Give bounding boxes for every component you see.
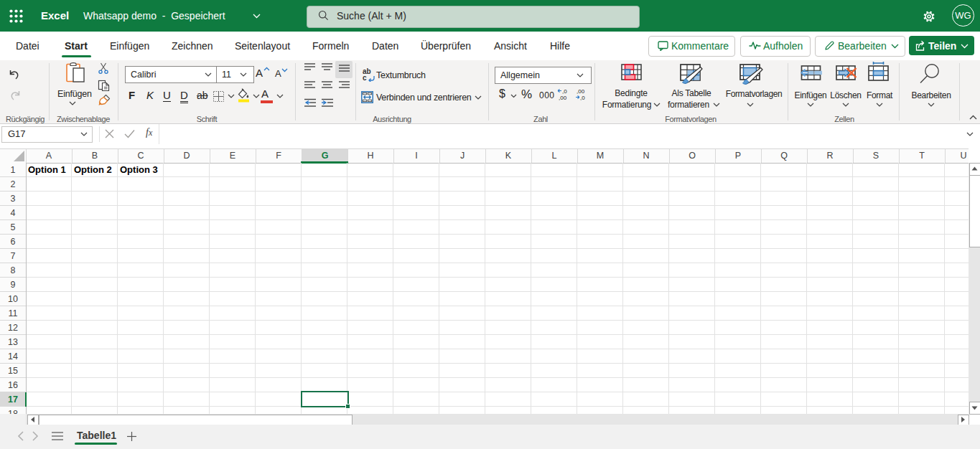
svg-text:,00: ,00 xyxy=(577,88,585,95)
svg-text:,0: ,0 xyxy=(562,88,567,95)
svg-text:,00: ,00 xyxy=(559,95,567,101)
svg-text:,0: ,0 xyxy=(580,95,585,101)
